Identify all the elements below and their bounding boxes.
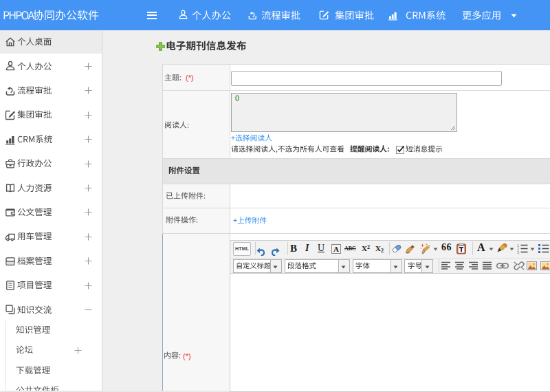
svg-text:3: 3 [517,250,519,254]
